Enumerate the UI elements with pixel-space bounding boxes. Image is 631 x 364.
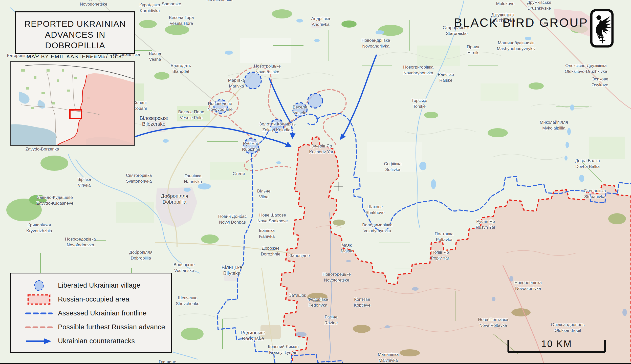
russian-advance-swatch-icon <box>25 325 53 330</box>
place-label-dobropillia: ДобропілляDobropillia <box>161 193 188 205</box>
place-label-затишок: Затишок <box>289 293 306 298</box>
counterattack-arrow-swatch-icon <box>25 338 53 345</box>
map-page: НоводонецькеNovodonetskeКуроїдівкаKuroid… <box>0 0 631 364</box>
liberated-village-swatch-icon <box>31 279 47 292</box>
liberated-village-novotroitske-area <box>245 72 261 89</box>
ukrainian-frontline-swatch-icon <box>25 311 53 316</box>
russian-occupied-swatch-icon <box>27 293 51 306</box>
place-label-заповідне: Заповідне <box>290 253 310 258</box>
legend-label: Possible furthest Russian advance <box>58 323 165 331</box>
legend-item-russian-advance: Possible furthest Russian advance <box>20 320 171 334</box>
map-title-line1: REPORTED UKRAINIAN <box>16 18 134 29</box>
bottom-border-line <box>0 363 631 364</box>
legend-label: Assessed Ukrainian frontline <box>58 309 147 317</box>
scale-bar-label: 10 KM <box>541 339 572 349</box>
legend-item-ukrainian-frontline: Assessed Ukrainian frontline <box>20 306 171 320</box>
branding-name: BLACK BIRD GROUP <box>454 16 588 30</box>
place-label-степи: Степи <box>233 171 245 176</box>
legend-item-liberated-village: Liberated Ukrainian village <box>20 279 171 292</box>
title-box: REPORTED UKRAINIAN ADVANCES IN DOBROPILL… <box>15 11 135 54</box>
map-subtitle: MAP BY EMIL KASTEHELMI / 15.8. <box>16 53 134 59</box>
legend-label: Liberated Ukrainian village <box>58 282 140 289</box>
black-swan-logo-icon <box>590 9 614 48</box>
place-label-molokove: МолоковеMolokove <box>495 0 515 6</box>
legend-label: Ukrainian counterattacks <box>58 337 135 345</box>
inset-map-graphic <box>11 62 134 145</box>
place-label-zavydo-borzenka: Zavydo-Borzenka <box>25 147 59 152</box>
map-title-line2: ADVANCES IN DOBROPILLIA <box>16 29 134 51</box>
map-legend: Liberated Ukrainian village Russian-occu… <box>10 273 172 353</box>
place-label-novoiavlenka: Novoiavlenka <box>207 0 233 2</box>
inset-locator-map <box>10 61 135 146</box>
place-label-rodynske: РодинськеRodynske <box>241 330 265 341</box>
legend-item-counterattacks: Ukrainian counterattacks <box>20 334 171 348</box>
legend-label: Russian-occupied area <box>58 295 129 303</box>
legend-item-russian-occupied: Russian-occupied area <box>20 292 171 306</box>
place-label-bilozerske: БілозерськеBilozerske <box>140 115 168 127</box>
liberated-village-vesele-northeast <box>308 93 322 108</box>
place-label-bilytske: БілицькеBilytske <box>222 265 242 276</box>
